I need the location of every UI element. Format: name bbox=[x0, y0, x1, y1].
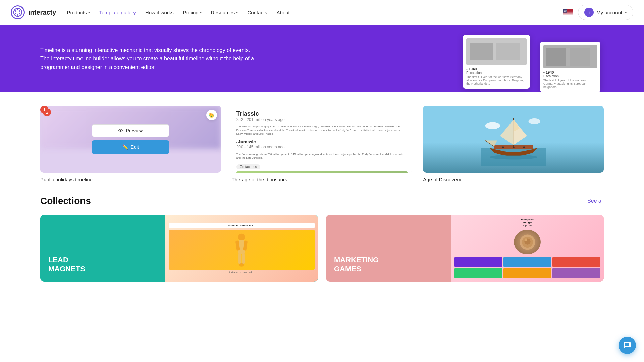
gallery-card-dino[interactable]: Triassic 252 - 201 million years ago The… bbox=[232, 106, 413, 182]
cretaceous-badge: Cretaceous bbox=[236, 164, 260, 169]
grid-cell-5 bbox=[503, 268, 551, 278]
timeline-card-right-title: Escalation bbox=[543, 74, 597, 78]
svg-point-22 bbox=[564, 10, 565, 10]
nav-template-gallery[interactable]: Template gallery bbox=[99, 10, 136, 15]
pricing-chevron: ▾ bbox=[200, 11, 202, 14]
nav-about[interactable]: About bbox=[277, 10, 290, 15]
flag-icon[interactable] bbox=[563, 9, 573, 15]
svg-point-47 bbox=[565, 12, 565, 12]
svg-point-4 bbox=[17, 14, 18, 16]
svg-point-28 bbox=[565, 10, 566, 10]
jurassic-text: The Jurassic ranges from 200 million yea… bbox=[236, 152, 408, 160]
gallery-card-thumb-holidays: 2 👑 👁 Preview ✏️ Edit bbox=[40, 106, 221, 173]
nav-products[interactable]: Products ▾ bbox=[67, 10, 90, 15]
svg-point-43 bbox=[565, 11, 565, 12]
svg-point-36 bbox=[564, 11, 564, 11]
svg-rect-56 bbox=[570, 48, 590, 66]
collections-title: Collections bbox=[40, 196, 91, 206]
timeline-card-right: • 1940 Escalation The first full year of… bbox=[540, 42, 600, 92]
card-hover-overlay: 👁 Preview ✏️ Edit bbox=[40, 106, 221, 173]
gallery-card-discovery[interactable]: Age of Discovery bbox=[423, 106, 604, 182]
hero-description: Timeline is a stunning interactive mecha… bbox=[40, 46, 258, 72]
ship-svg bbox=[480, 112, 547, 166]
svg-point-38 bbox=[565, 11, 566, 11]
svg-rect-55 bbox=[546, 48, 566, 66]
pencil-icon: ✏️ bbox=[122, 144, 128, 150]
grid-cell-1 bbox=[454, 257, 502, 267]
dino-img-strip bbox=[236, 171, 408, 173]
fitness-header: Summer fitness ma... bbox=[169, 223, 315, 228]
svg-point-2 bbox=[19, 10, 20, 12]
navbar-right: i My account ▾ bbox=[563, 5, 633, 20]
svg-point-64 bbox=[490, 155, 537, 159]
timeline-card-right-year: • 1940 bbox=[543, 70, 597, 74]
lead-magnets-deco: Summer fitness ma... bbox=[165, 215, 318, 282]
svg-point-63 bbox=[523, 146, 525, 148]
nav-how-it-works[interactable]: How it works bbox=[145, 10, 174, 15]
jurassic-title: Jurassic bbox=[238, 139, 256, 144]
nav-resources[interactable]: Resources ▾ bbox=[211, 10, 238, 15]
fitness-image bbox=[169, 230, 315, 270]
collection-card-marketing-games[interactable]: MARKETING GAMES Find pairs and get a pri… bbox=[326, 215, 604, 282]
preview-button[interactable]: 👁 Preview bbox=[92, 124, 169, 137]
my-account-button[interactable]: i My account ▾ bbox=[578, 5, 633, 20]
svg-point-73 bbox=[239, 263, 245, 267]
svg-point-26 bbox=[564, 10, 564, 10]
svg-rect-72 bbox=[242, 254, 245, 264]
svg-point-31 bbox=[564, 11, 564, 11]
hero-banner: Timeline is a stunning interactive mecha… bbox=[0, 25, 644, 92]
collections-header: Collections See all bbox=[40, 196, 604, 206]
resources-chevron: ▾ bbox=[236, 11, 238, 14]
svg-point-42 bbox=[564, 11, 565, 12]
nav-pricing[interactable]: Pricing ▾ bbox=[183, 10, 202, 15]
collections-grid: LEAD MAGNETS Summer fitness ma... bbox=[40, 215, 604, 282]
timeline-card-left-desc: The first full year of the war saw Germa… bbox=[466, 75, 527, 85]
nav-contacts[interactable]: Contacts bbox=[247, 10, 267, 15]
grid-cell-3 bbox=[552, 257, 600, 267]
gallery-section: 2 👑 👁 Preview ✏️ Edit bbox=[0, 92, 644, 196]
gallery-card-thumb-discovery bbox=[423, 106, 604, 173]
svg-point-5 bbox=[15, 13, 16, 14]
badge-bottom: 1 bbox=[40, 106, 48, 114]
svg-point-48 bbox=[565, 12, 566, 12]
svg-point-77 bbox=[525, 238, 527, 241]
svg-rect-52 bbox=[470, 43, 493, 60]
jurassic-period: 200 - 145 million years ago bbox=[236, 145, 408, 149]
svg-point-33 bbox=[565, 11, 565, 11]
svg-rect-18 bbox=[563, 14, 573, 15]
hero-images: • 1940 Escalation The first full year of… bbox=[258, 25, 604, 92]
page-content: Timeline is a stunning interactive mecha… bbox=[0, 25, 644, 295]
gallery-card-thumb-dino: Triassic 252 - 201 million years ago The… bbox=[232, 106, 413, 173]
collections-section: Collections See all LEAD MAGNETS Summer … bbox=[0, 196, 644, 295]
svg-rect-53 bbox=[496, 43, 520, 60]
crown-badge: 👑 bbox=[206, 110, 217, 120]
svg-point-41 bbox=[564, 11, 564, 12]
svg-point-62 bbox=[513, 146, 514, 148]
timeline-card-left: • 1940 Escalation The first full year of… bbox=[463, 35, 530, 89]
logo-text: interacty bbox=[28, 9, 56, 16]
hero-text: Timeline is a stunning interactive mecha… bbox=[40, 33, 258, 85]
svg-point-40 bbox=[566, 11, 567, 11]
svg-rect-19 bbox=[563, 15, 573, 15]
triassic-title: Triassic bbox=[236, 110, 408, 117]
grid-cell-6 bbox=[552, 268, 600, 278]
timeline-card-right-desc: The first full year of the war saw Germa… bbox=[543, 79, 597, 89]
logo[interactable]: interacty bbox=[11, 5, 56, 19]
svg-point-23 bbox=[565, 10, 565, 10]
see-all-link[interactable]: See all bbox=[587, 198, 604, 204]
svg-point-44 bbox=[566, 11, 566, 12]
triassic-text: The Triassic ranges roughly from 252 mil… bbox=[236, 125, 408, 136]
svg-rect-15 bbox=[563, 13, 573, 13]
svg-point-50 bbox=[566, 12, 567, 12]
marketing-games-label: MARKETING GAMES bbox=[334, 256, 379, 274]
gallery-card-holidays[interactable]: 2 👑 👁 Preview ✏️ Edit bbox=[40, 106, 221, 182]
gallery-card-label-discovery: Age of Discovery bbox=[423, 177, 604, 182]
collection-card-lead-magnets[interactable]: LEAD MAGNETS Summer fitness ma... bbox=[40, 215, 318, 282]
svg-rect-14 bbox=[563, 13, 573, 13]
account-chevron-icon: ▾ bbox=[625, 10, 627, 15]
marketing-mini-grid bbox=[454, 257, 600, 278]
svg-point-34 bbox=[566, 11, 566, 11]
lead-magnets-label: LEAD MAGNETS bbox=[48, 256, 85, 274]
gallery-card-label-dino: The age of the dinosaurs bbox=[232, 177, 413, 182]
edit-button[interactable]: ✏️ Edit bbox=[92, 140, 169, 154]
